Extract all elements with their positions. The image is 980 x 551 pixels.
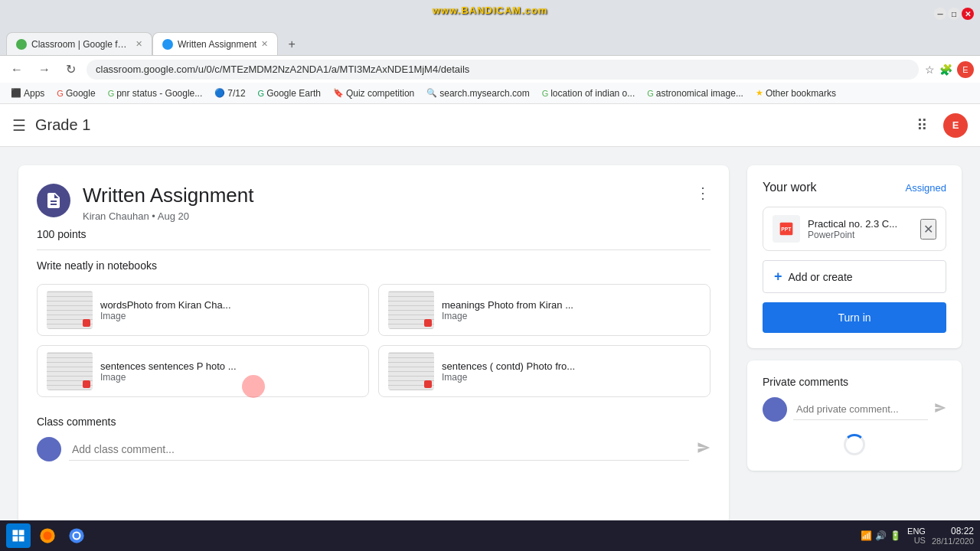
tab-label-classroom: Classroom | Google for Educatio... [31,39,131,50]
tab-classroom[interactable]: Classroom | Google for Educatio... ✕ [6,32,152,55]
attachment-name-3: sentences ( contd) Photo fro... [442,360,701,372]
attachment-thumb-2 [47,352,93,390]
bookmark-other-label: Other bookmarks [766,88,836,99]
private-comments-card: Private comments [747,360,962,471]
more-options-icon[interactable]: ⋮ [695,184,710,202]
file-icon: PPT [773,215,800,243]
network-icon[interactable]: 📶 [861,530,872,541]
bookmark-pnr[interactable]: G pnr status - Google... [103,86,207,100]
sound-icon[interactable]: 🔊 [875,530,887,541]
attachment-type-0: Image [100,311,359,321]
attachment-card-3[interactable]: sentences ( contd) Photo fro... Image [378,345,710,397]
bookmark-quiz[interactable]: 🔖 Quiz competition [328,86,419,100]
bookmark-apps-label: Apps [24,88,44,99]
attachment-card-1[interactable]: meanings Photo from Kiran ... Image [378,284,710,336]
tab-favicon-classroom [16,39,27,50]
bookmark-quiz-label: Quiz competition [346,88,414,99]
attachment-name-0: wordsPhoto from Kiran Cha... [100,299,359,311]
assignment-icon [37,184,70,217]
attachment-type-2: Image [100,372,359,383]
address-bar: ← → ↻ ☆ 🧩 E [0,55,980,83]
back-button[interactable]: ← [6,61,28,78]
attachment-name-2: sentences sentences P hoto ... [100,360,359,372]
hamburger-menu-icon[interactable]: ☰ [12,116,26,135]
attachment-card-0[interactable]: wordsPhoto from Kiran Cha... Image [37,284,369,336]
attached-file[interactable]: PPT Practical no. 2.3 C... PowerPoint ✕ [763,207,946,251]
bookmark-location[interactable]: G location of indian o... [537,86,640,100]
bookmark-712-label: 7/12 [227,88,245,99]
svg-rect-3 [19,530,24,536]
bookmark-astro[interactable]: G astronomical image... [642,86,748,100]
turn-in-button[interactable]: Turn in [763,302,946,333]
private-comments-title: Private comments [763,376,946,388]
attachment-thumb-0 [47,291,93,329]
attachment-name-1: meanings Photo from Kiran ... [442,299,701,311]
app-title: Grade 1 [35,116,90,134]
svg-rect-5 [19,536,24,542]
tab-favicon-written [162,39,173,50]
assignment-title: Written Assignment [83,184,683,207]
taskbar-time: 08:22 [951,526,974,536]
assigned-badge: Assigned [906,182,946,194]
forward-button[interactable]: → [34,61,55,78]
google-apps-icon[interactable]: ⠿ [910,113,934,138]
new-tab-button[interactable]: + [281,34,302,55]
class-comment-send-button[interactable] [697,441,710,458]
bookmark-google[interactable]: G Google [52,86,100,100]
work-panel: Your work Assigned PPT Practical no. 2.3… [747,165,962,533]
address-input[interactable] [87,60,919,80]
profile-icon[interactable]: E [957,61,974,78]
bookmark-star-icon[interactable]: ☆ [925,64,935,76]
bookmark-mysearch-label: search.mysearch.com [439,88,529,99]
tab-written-assignment[interactable]: Written Assignment ✕ [152,32,278,55]
svg-rect-2 [13,530,18,536]
battery-icon[interactable]: 🔋 [890,530,901,541]
main-content: Written Assignment Kiran Chauhan • Aug 2… [0,147,980,551]
private-commenter-avatar [763,397,787,422]
commenter-avatar [37,437,61,461]
file-remove-button[interactable]: ✕ [920,219,936,240]
taskbar-system-icons: 📶 🔊 🔋 [861,530,901,541]
taskbar-region: US [914,536,926,545]
private-comment-input[interactable] [793,399,928,420]
add-icon: + [774,269,782,285]
bookmark-location-label: location of indian o... [550,88,635,99]
class-comment-input[interactable] [69,439,689,461]
reload-button[interactable]: ↻ [61,60,80,78]
extensions-icon[interactable]: 🧩 [939,64,952,76]
taskbar-date: 28/11/2020 [932,536,974,546]
maximize-button[interactable]: □ [948,8,960,20]
loading-spinner [844,434,865,455]
add-create-button[interactable]: + Add or create [763,260,946,293]
attachment-type-1: Image [442,311,701,321]
your-work-title: Your work [763,181,817,194]
divider [37,249,710,250]
tab-label-written: Written Assignment [178,39,256,50]
attachment-thumb-3 [388,352,434,390]
bookmark-earth-label: Google Earth [266,88,321,99]
svg-point-10 [74,533,80,539]
bookmark-apps[interactable]: ⬛ Apps [6,86,49,100]
tab-close-written[interactable]: ✕ [261,39,268,49]
private-comment-send-button[interactable] [934,402,946,417]
bookmark-earth[interactable]: G Google Earth [253,86,325,100]
bookmark-mysearch[interactable]: 🔍 search.mysearch.com [422,86,534,100]
assignment-instructions: Write neatly in notebooks [37,259,710,272]
avatar[interactable]: E [943,113,968,138]
bookmarks-bar: ⬛ Apps G Google G pnr status - Google...… [0,83,980,104]
bookmark-712[interactable]: 🔵 7/12 [210,86,250,100]
top-navigation: ☰ Grade 1 ⠿ E [0,104,980,147]
taskbar-chrome[interactable] [64,523,89,548]
attachment-card-2[interactable]: sentences sentences P hoto ... Image [37,345,369,397]
bookmark-astro-label: astronomical image... [656,88,743,99]
minimize-button[interactable]: ─ [934,8,946,20]
file-name: Practical no. 2.3 C... [808,218,913,230]
assignment-points: 100 points [37,228,710,240]
taskbar-firefox[interactable] [35,523,60,548]
bookmark-google-label: Google [66,88,96,99]
assignment-meta: Kiran Chauhan • Aug 20 [83,210,683,222]
tab-close-classroom[interactable]: ✕ [136,39,142,49]
start-button[interactable] [6,523,31,548]
close-button[interactable]: ✕ [962,8,974,20]
bookmark-other[interactable]: ★ Other bookmarks [751,86,841,100]
